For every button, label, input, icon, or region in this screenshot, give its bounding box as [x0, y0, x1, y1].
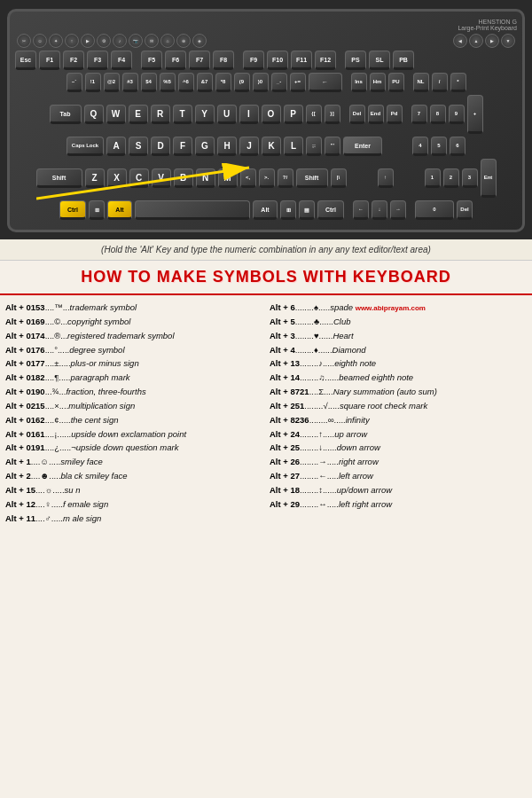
key-p[interactable]: P: [284, 105, 303, 124]
key-z[interactable]: Z: [85, 168, 105, 188]
key-pu[interactable]: PU: [388, 73, 404, 92]
key-f[interactable]: F: [173, 137, 192, 156]
key-del[interactable]: Del: [349, 105, 365, 124]
key-leftarrow[interactable]: ←: [353, 200, 369, 220]
key-ps[interactable]: PS: [345, 51, 366, 70]
key-w[interactable]: W: [106, 105, 126, 124]
key-end[interactable]: End: [368, 105, 384, 124]
key-win-r[interactable]: ⊞: [280, 200, 296, 220]
key-f2[interactable]: F2: [63, 51, 84, 70]
key-l[interactable]: L: [284, 137, 303, 156]
key-numstar[interactable]: *: [450, 73, 466, 92]
key-period[interactable]: >.: [259, 168, 275, 188]
key-pb[interactable]: PB: [393, 51, 414, 70]
key-num0[interactable]: 0: [415, 200, 454, 220]
key-pd[interactable]: Pd: [387, 105, 403, 124]
key-num5[interactable]: 5: [431, 137, 447, 156]
key-6[interactable]: ^6: [178, 73, 194, 92]
key-8[interactable]: *8: [215, 73, 231, 92]
key-num3[interactable]: 3: [462, 168, 478, 188]
key-4[interactable]: $4: [141, 73, 157, 92]
key-num8[interactable]: 8: [430, 105, 446, 124]
key-esc[interactable]: Esc: [15, 51, 36, 70]
key-d[interactable]: D: [151, 137, 170, 156]
key-5[interactable]: %5: [160, 73, 176, 92]
key-ctrl-l[interactable]: Ctrl: [59, 200, 86, 220]
key-alt-l[interactable]: Alt: [107, 200, 132, 220]
key-v[interactable]: V: [152, 168, 171, 188]
key-j[interactable]: J: [239, 137, 259, 156]
key-a[interactable]: A: [106, 137, 126, 156]
key-i[interactable]: I: [239, 105, 259, 124]
key-lshift[interactable]: Shift: [36, 168, 82, 188]
key-ctrl-r[interactable]: Ctrl: [317, 200, 344, 220]
key-num4[interactable]: 4: [412, 137, 428, 156]
key-y[interactable]: Y: [195, 105, 215, 124]
key-space[interactable]: [135, 200, 250, 220]
key-m[interactable]: M: [218, 168, 238, 188]
key-equals[interactable]: +=: [290, 73, 306, 92]
key-semicolon[interactable]: ;:: [306, 137, 322, 156]
key-f6[interactable]: F6: [165, 51, 186, 70]
key-1[interactable]: !1: [85, 73, 101, 92]
key-rbracket[interactable]: }]: [325, 105, 340, 124]
key-tab[interactable]: Tab: [50, 105, 82, 124]
key-uparrow[interactable]: ↑: [378, 168, 394, 188]
key-quote[interactable]: "': [325, 137, 340, 156]
key-f1[interactable]: F1: [39, 51, 60, 70]
key-0[interactable]: )0: [253, 73, 269, 92]
key-e[interactable]: E: [129, 105, 148, 124]
key-s[interactable]: S: [129, 137, 148, 156]
key-f10[interactable]: F10: [267, 51, 288, 70]
key-hm[interactable]: Hm: [370, 73, 386, 92]
key-num6[interactable]: 6: [450, 137, 466, 156]
key-rightarrow[interactable]: →: [390, 200, 406, 220]
key-9[interactable]: (9: [234, 73, 250, 92]
key-c[interactable]: C: [129, 168, 149, 188]
key-b[interactable]: B: [174, 168, 193, 188]
key-f7[interactable]: F7: [189, 51, 210, 70]
key-menu[interactable]: ▤: [299, 200, 315, 220]
key-rshift[interactable]: Shift: [296, 168, 328, 188]
key-f3[interactable]: F3: [87, 51, 108, 70]
key-numdel[interactable]: Del: [457, 200, 473, 220]
key-r[interactable]: R: [151, 105, 170, 124]
key-slash[interactable]: ?/: [278, 168, 293, 188]
key-x[interactable]: X: [107, 168, 127, 188]
key-g[interactable]: G: [195, 137, 215, 156]
key-capslock[interactable]: Caps Lock: [66, 137, 104, 156]
key-downarrow[interactable]: ↓: [372, 200, 387, 220]
key-enter[interactable]: Enter: [343, 137, 382, 156]
key-f11[interactable]: F11: [291, 51, 312, 70]
key-minus[interactable]: _-: [271, 73, 287, 92]
key-num7[interactable]: 7: [411, 105, 427, 124]
key-alt-r[interactable]: Alt: [253, 200, 278, 220]
key-backslash[interactable]: |\: [331, 168, 347, 188]
key-n[interactable]: N: [196, 168, 215, 188]
key-lbracket[interactable]: {[: [306, 105, 322, 124]
key-f4[interactable]: F4: [111, 51, 132, 70]
key-o[interactable]: O: [262, 105, 281, 124]
key-q[interactable]: Q: [84, 105, 104, 124]
key-f9[interactable]: F9: [243, 51, 264, 70]
key-numplus[interactable]: +: [467, 95, 483, 134]
key-numslash[interactable]: /: [432, 73, 448, 92]
key-h[interactable]: H: [217, 137, 237, 156]
key-7[interactable]: &7: [197, 73, 213, 92]
key-u[interactable]: U: [217, 105, 237, 124]
key-backspace[interactable]: ←: [309, 73, 342, 92]
key-2[interactable]: @2: [104, 73, 120, 92]
key-t[interactable]: T: [173, 105, 192, 124]
key-nl[interactable]: NL: [413, 73, 429, 92]
key-num9[interactable]: 9: [449, 105, 465, 124]
key-num1[interactable]: 1: [425, 168, 441, 188]
key-f8[interactable]: F8: [213, 51, 234, 70]
key-3[interactable]: #3: [122, 73, 138, 92]
key-f12[interactable]: F12: [315, 51, 336, 70]
key-tilde[interactable]: ~`: [66, 73, 82, 92]
key-ins[interactable]: Ins: [351, 73, 367, 92]
key-numenter[interactable]: Ent: [481, 159, 497, 198]
key-f5[interactable]: F5: [141, 51, 162, 70]
key-comma[interactable]: <,: [240, 168, 256, 188]
key-num2[interactable]: 2: [443, 168, 459, 188]
